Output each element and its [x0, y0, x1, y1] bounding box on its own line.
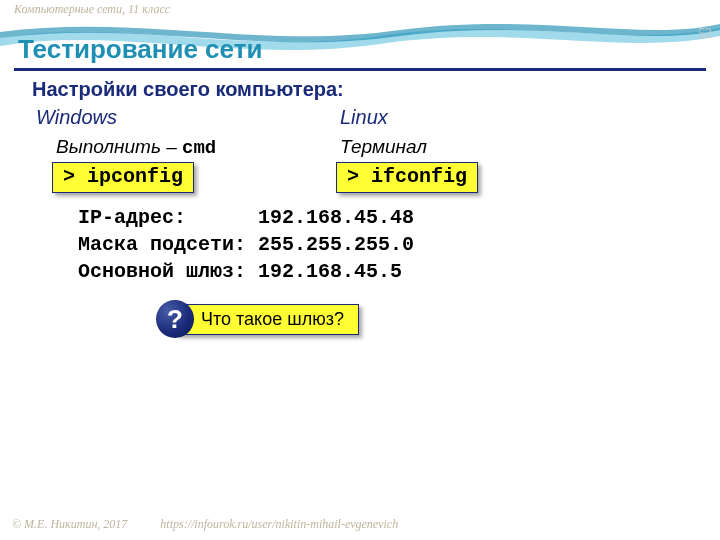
- network-info-block: IP-адрес: 192.168.45.48 Маска подсети: 2…: [78, 204, 414, 285]
- run-label: Выполнить: [56, 136, 161, 157]
- run-command-hint: Выполнить – cmd: [56, 136, 216, 159]
- gateway-label: Основной шлюз:: [78, 260, 246, 283]
- run-dash: –: [161, 136, 182, 157]
- command-ipconfig: > ipconfig: [52, 162, 194, 193]
- terminal-label: Терминал: [340, 136, 427, 158]
- ip-label: IP-адрес:: [78, 206, 186, 229]
- slide-footer: © М.Е. Никитин, 2017 https://infourok.ru…: [12, 517, 398, 532]
- os-heading-linux: Linux: [340, 106, 388, 129]
- section-subtitle: Настройки своего компьютера:: [32, 78, 344, 101]
- page-number: 52: [698, 26, 712, 42]
- copyright-text: © М.Е. Никитин, 2017: [12, 517, 127, 531]
- os-heading-windows: Windows: [36, 106, 117, 129]
- title-underline: [14, 68, 706, 71]
- ip-value: 192.168.45.48: [258, 206, 414, 229]
- question-text: Что такое шлюз?: [176, 304, 359, 335]
- command-ifconfig: > ifconfig: [336, 162, 478, 193]
- slide-title: Тестирование сети: [18, 34, 262, 65]
- source-url: https://infourok.ru/user/nikitin-mihail-…: [160, 517, 398, 531]
- mask-value: 255.255.255.0: [258, 233, 414, 256]
- question-mark-icon: ?: [156, 300, 194, 338]
- mask-label: Маска подсети:: [78, 233, 246, 256]
- gateway-value: 192.168.45.5: [258, 260, 402, 283]
- cmd-text: cmd: [182, 137, 216, 159]
